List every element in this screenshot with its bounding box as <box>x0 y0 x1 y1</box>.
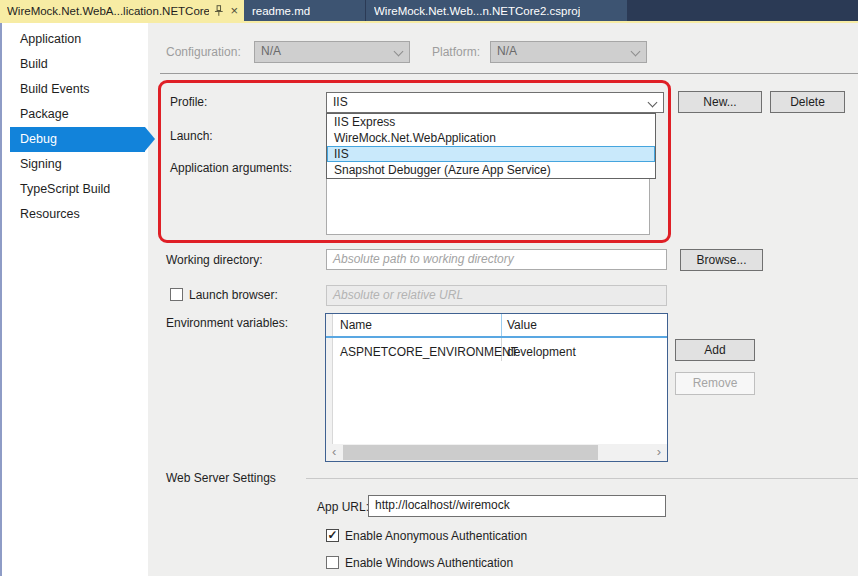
chevron-down-icon <box>394 47 404 57</box>
chevron-down-icon <box>631 47 641 57</box>
working-directory-placeholder: Absolute path to working directory <box>333 252 514 266</box>
working-directory-label: Working directory: <box>166 253 262 267</box>
launch-browser-checkbox[interactable] <box>170 288 183 301</box>
sidebar-item-signing[interactable]: Signing <box>2 152 148 177</box>
configuration-label: Configuration: <box>166 45 241 59</box>
configuration-dropdown: N/A <box>254 41 410 63</box>
launch-browser-url-input: Absolute or relative URL <box>326 285 667 306</box>
project-properties-window: WireMock.Net.WebA...lication.NETCore2 × … <box>0 0 858 576</box>
header-underline <box>326 336 667 338</box>
launch-browser-url-placeholder: Absolute or relative URL <box>333 288 463 302</box>
anonymous-auth-checkbox[interactable]: ✓ <box>326 529 339 542</box>
column-header-name[interactable]: Name <box>340 318 372 332</box>
profile-option-snapshot-debugger[interactable]: Snapshot Debugger (Azure App Service) <box>327 162 655 178</box>
close-icon[interactable]: × <box>230 4 238 17</box>
launch-label: Launch: <box>170 129 213 143</box>
tab-csproj[interactable]: WireMock.Net.Web...n.NETCore2.csproj <box>366 0 628 21</box>
environment-variables-label: Environment variables: <box>166 316 288 330</box>
row-header-gutter <box>326 314 333 444</box>
platform-dropdown: N/A <box>490 41 647 63</box>
web-server-settings-label: Web Server Settings <box>166 471 276 485</box>
document-tab-bar: WireMock.Net.WebA...lication.NETCore2 × … <box>0 0 858 21</box>
sidebar-item-typescript-build[interactable]: TypeScript Build <box>2 177 148 202</box>
configuration-value: N/A <box>261 44 281 58</box>
working-directory-input[interactable]: Absolute path to working directory <box>326 249 667 270</box>
chevron-down-icon <box>648 98 658 108</box>
app-url-input[interactable]: http://localhost//wiremock <box>368 495 666 517</box>
app-url-label: App URL: <box>317 500 369 514</box>
profile-dropdown-list: IIS Express WireMock.Net.WebApplication … <box>326 113 656 179</box>
add-env-var-button[interactable]: Add <box>675 339 755 361</box>
platform-label: Platform: <box>432 45 480 59</box>
column-divider <box>501 314 502 336</box>
pin-icon[interactable] <box>214 5 224 17</box>
env-var-value-cell[interactable]: development <box>507 345 576 359</box>
environment-variables-table: Name Value ASPNETCORE_ENVIRONMENT develo… <box>325 313 668 462</box>
tab-label: WireMock.Net.WebA...lication.NETCore2 <box>7 5 209 17</box>
profile-option-iis-express[interactable]: IIS Express <box>327 114 655 130</box>
sidebar-item-application[interactable]: Application <box>2 27 148 52</box>
tab-label: readme.md <box>252 5 310 17</box>
profile-label: Profile: <box>170 95 207 109</box>
sidebar-item-package[interactable]: Package <box>2 102 148 127</box>
windows-auth-label: Enable Windows Authentication <box>345 556 513 570</box>
scrollbar-thumb[interactable] <box>343 445 598 460</box>
env-var-name-cell[interactable]: ASPNETCORE_ENVIRONMENT <box>340 345 518 359</box>
launch-browser-label: Launch browser: <box>189 288 278 302</box>
section-divider <box>160 73 858 74</box>
profile-option-webapplication[interactable]: WireMock.Net.WebApplication <box>327 130 655 146</box>
scroll-left-icon[interactable]: ‹ <box>332 444 336 460</box>
properties-sidebar: Application Build Build Events Package D… <box>0 23 148 576</box>
sidebar-item-build[interactable]: Build <box>2 52 148 77</box>
windows-auth-checkbox[interactable] <box>326 556 339 569</box>
sidebar-item-resources[interactable]: Resources <box>2 202 148 227</box>
column-header-value[interactable]: Value <box>507 318 537 332</box>
app-url-value: http://localhost//wiremock <box>375 498 510 512</box>
profile-dropdown[interactable]: IIS <box>326 92 664 113</box>
delete-profile-button[interactable]: Delete <box>770 91 845 113</box>
web-server-settings-divider <box>306 478 858 479</box>
tab-project-properties[interactable]: WireMock.Net.WebA...lication.NETCore2 × <box>0 0 244 21</box>
tab-label: WireMock.Net.Web...n.NETCore2.csproj <box>374 5 580 17</box>
anonymous-auth-label: Enable Anonymous Authentication <box>345 529 527 543</box>
horizontal-scrollbar[interactable]: ‹ › <box>326 444 667 461</box>
new-profile-button[interactable]: New... <box>678 91 762 113</box>
scroll-right-icon[interactable]: › <box>657 444 661 460</box>
tab-readme[interactable]: readme.md <box>244 0 366 21</box>
remove-env-var-button: Remove <box>675 372 755 395</box>
sidebar-item-build-events[interactable]: Build Events <box>2 77 148 102</box>
sidebar-item-debug[interactable]: Debug <box>10 127 145 152</box>
profile-value: IIS <box>333 95 348 109</box>
profile-option-iis[interactable]: IIS <box>327 146 655 162</box>
browse-button[interactable]: Browse... <box>680 249 763 271</box>
application-arguments-label: Application arguments: <box>170 161 292 175</box>
platform-value: N/A <box>497 44 517 58</box>
